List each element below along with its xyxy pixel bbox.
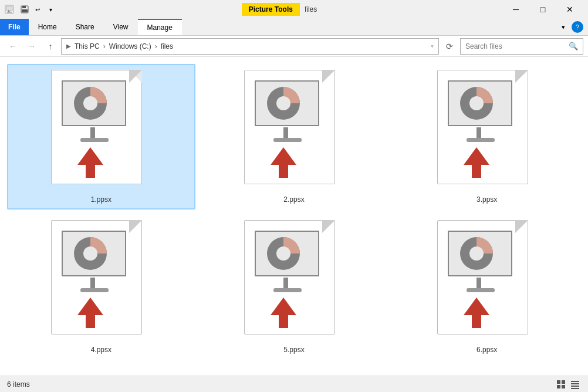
refresh-button[interactable]: ⟳ [441, 38, 458, 55]
minimize-button[interactable]: ─ [502, 0, 529, 19]
view-details-button[interactable] [569, 379, 581, 390]
ribbon-collapse-button[interactable]: ▾ [557, 21, 569, 33]
title-text-group: Picture Tools files [56, 3, 502, 16]
file-label-2: 2.ppsx [283, 195, 304, 204]
main-area: 1.ppsx [0, 57, 588, 376]
search-box[interactable]: 🔍 [460, 38, 583, 55]
file-pane: 1.ppsx [0, 57, 588, 376]
tab-manage[interactable]: Manage [138, 19, 182, 35]
svg-rect-23 [571, 381, 579, 382]
svg-rect-5 [22, 6, 26, 8]
svg-point-18 [469, 246, 484, 261]
file-icon-6 [437, 220, 537, 343]
path-dropdown-icon[interactable]: ▾ [431, 43, 434, 49]
file-item-2[interactable]: 2.ppsx [200, 64, 388, 209]
file-icon-5 [244, 220, 344, 343]
quick-access-toolbar: ↩ ▾ [19, 4, 56, 15]
svg-rect-6 [22, 9, 28, 12]
file-item-3[interactable]: 3.ppsx [393, 64, 581, 209]
title-bar: ↩ ▾ Picture Tools files ─ □ ✕ [0, 0, 588, 19]
file-grid: 1.ppsx [7, 64, 581, 360]
path-arrow: ▶ [66, 43, 71, 49]
file-item-1[interactable]: 1.ppsx [7, 64, 195, 209]
qa-save-button[interactable] [19, 4, 31, 15]
up-button[interactable]: ↑ [42, 38, 59, 55]
maximize-button[interactable]: □ [529, 0, 556, 19]
picture-tools-label: Picture Tools [242, 3, 300, 16]
address-path[interactable]: ▶ This PC › Windows (C:) › files ▾ [61, 38, 439, 55]
svg-rect-20 [562, 380, 565, 384]
svg-point-10 [276, 96, 290, 110]
file-item-5[interactable]: 5.ppsx [200, 214, 388, 360]
help-button[interactable]: ? [572, 21, 583, 33]
qa-dropdown-button[interactable]: ▾ [45, 4, 56, 15]
app-icon [5, 5, 14, 14]
file-label-3: 3.ppsx [477, 195, 497, 204]
svg-rect-1 [6, 6, 12, 11]
ribbon: File Home Share View Manage ▾ ? [0, 19, 588, 36]
close-button[interactable]: ✕ [556, 0, 583, 19]
file-label-4: 4.ppsx [91, 346, 111, 354]
tab-home[interactable]: Home [29, 19, 66, 35]
search-input[interactable] [465, 42, 566, 50]
svg-point-12 [469, 96, 484, 110]
path-windows-c[interactable]: Windows (C:) [109, 42, 151, 50]
title-bar-icons [5, 5, 14, 14]
status-bar: 6 items [0, 376, 588, 392]
file-label-6: 6.ppsx [477, 346, 497, 354]
file-label-1: 1.ppsx [91, 195, 111, 204]
tab-file[interactable]: File [0, 19, 29, 35]
ribbon-tabs: File Home Share View Manage ▾ ? [0, 19, 588, 35]
svg-rect-19 [557, 380, 560, 384]
svg-rect-25 [571, 386, 579, 387]
path-sep-2: › [155, 42, 157, 50]
back-button[interactable]: ← [5, 38, 21, 55]
tab-view[interactable]: View [104, 19, 138, 35]
view-buttons [555, 379, 581, 390]
view-large-icons-button[interactable] [555, 379, 567, 390]
file-item-6[interactable]: 6.ppsx [393, 214, 581, 360]
file-label-5: 5.ppsx [283, 346, 304, 354]
svg-rect-24 [571, 383, 579, 384]
path-this-pc[interactable]: This PC [75, 42, 100, 50]
address-bar: ← → ↑ ▶ This PC › Windows (C:) › files ▾… [0, 36, 588, 57]
item-count: 6 items [7, 380, 30, 388]
file-icon-3 [437, 70, 537, 193]
svg-rect-21 [557, 385, 560, 388]
forward-button[interactable]: → [23, 38, 40, 55]
qa-undo-button[interactable]: ↩ [32, 4, 43, 15]
tab-share[interactable]: Share [66, 19, 104, 35]
svg-rect-26 [571, 388, 579, 389]
svg-point-8 [83, 96, 97, 110]
file-icon-1 [51, 70, 151, 193]
search-icon[interactable]: 🔍 [569, 42, 578, 50]
path-files[interactable]: files [161, 42, 173, 50]
path-sep-1: › [103, 42, 106, 50]
svg-rect-22 [562, 385, 565, 388]
title-filename: files [305, 5, 317, 13]
file-icon-2 [244, 70, 344, 193]
file-icon-4 [51, 220, 151, 343]
svg-rect-3 [7, 12, 12, 13]
svg-point-16 [276, 246, 290, 261]
window-controls: ─ □ ✕ [502, 0, 583, 19]
svg-point-14 [83, 246, 97, 261]
file-item-4[interactable]: 4.ppsx [7, 214, 195, 360]
